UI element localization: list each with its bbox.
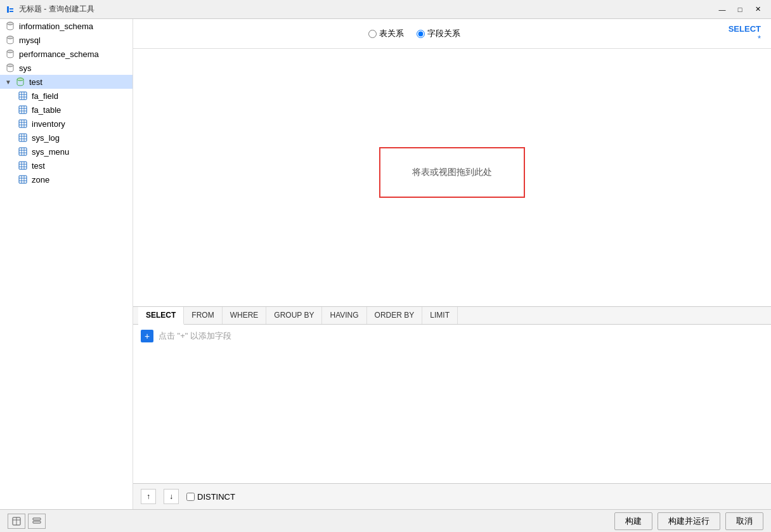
svg-rect-43 [19, 176, 27, 183]
svg-point-10 [7, 64, 13, 67]
table-name: fa_field [32, 91, 58, 101]
cancel-button[interactable]: 取消 [725, 512, 763, 530]
table-name: inventory [32, 119, 65, 129]
sql-preview-panel: SELECT * [685, 24, 761, 43]
add-field-button[interactable]: + [141, 330, 153, 342]
db-icon [5, 35, 15, 45]
distinct-label: DISTINCT [197, 492, 235, 502]
table-name: zone [32, 175, 49, 185]
db-icon [5, 21, 15, 31]
tab-select[interactable]: SELECT [138, 307, 184, 325]
svg-point-6 [7, 36, 13, 39]
sidebar-item-zone[interactable]: zone [0, 172, 133, 186]
build-button[interactable]: 构建 [614, 512, 652, 530]
tab-where[interactable]: WHERE [223, 307, 267, 324]
tab-limit[interactable]: LIMIT [422, 307, 458, 324]
db-icon-green [15, 77, 25, 87]
right-area: 表关系 字段关系 SELECT * 将表或视图拖到此处 SELECT [133, 19, 771, 509]
canvas-area[interactable]: 将表或视图拖到此处 [133, 49, 771, 306]
sql-select-label: SELECT [685, 24, 761, 34]
svg-point-8 [7, 50, 13, 53]
sidebar-item-inventory[interactable]: inventory [0, 117, 133, 131]
table-name: fa_table [32, 105, 61, 115]
sidebar-item-performance-schema[interactable]: performance_schema [0, 47, 133, 61]
view-btn-1[interactable] [8, 514, 25, 529]
build-run-button[interactable]: 构建并运行 [658, 512, 720, 530]
sidebar-item-sys-log[interactable]: sys_log [0, 131, 133, 145]
window-title: 无标题 - 查询创建工具 [19, 4, 94, 15]
svg-rect-33 [19, 148, 27, 155]
table-icon [18, 133, 28, 143]
svg-rect-13 [19, 92, 27, 100]
sidebar-item-fa-field[interactable]: fa_field [0, 89, 133, 103]
table-icon [18, 174, 28, 185]
distinct-checkbox[interactable] [186, 493, 195, 501]
view-btn-2[interactable] [28, 514, 46, 529]
table-icon [18, 119, 28, 129]
sidebar-item-sys-menu[interactable]: sys_menu [0, 145, 133, 159]
sql-select-value: * [685, 34, 761, 43]
tab-having[interactable]: HAVING [322, 307, 366, 324]
bottom-bar: 构建 构建并运行 取消 [0, 509, 771, 532]
table-icon [18, 160, 28, 171]
db-name: mysql [19, 36, 41, 45]
radio-table-label: 表关系 [379, 28, 404, 39]
relation-radio-group: 表关系 字段关系 [368, 28, 460, 39]
sidebar-item-test[interactable]: ▼ test [0, 75, 133, 89]
db-name: information_schema [19, 22, 93, 31]
table-name: test [32, 161, 45, 171]
table-icon [18, 91, 28, 101]
svg-point-12 [17, 78, 23, 81]
sidebar-item-sys[interactable]: sys [0, 61, 133, 75]
top-toolbar: 表关系 字段关系 SELECT * [133, 19, 771, 49]
radio-field-input[interactable] [417, 30, 425, 38]
db-name: sys [19, 63, 32, 73]
tab-order-by[interactable]: ORDER BY [367, 307, 423, 324]
sidebar-item-information-schema[interactable]: information_schema [0, 19, 133, 33]
prev-button[interactable]: ↑ [141, 489, 156, 504]
add-field-row: + 点击 "+" 以添加字段 [141, 330, 763, 342]
app-icon [5, 4, 15, 15]
add-field-hint: 点击 "+" 以添加字段 [159, 330, 231, 342]
query-builder: SELECT FROM WHERE GROUP BY HAVING ORDER … [133, 306, 771, 509]
tab-from[interactable]: FROM [184, 307, 222, 324]
query-builder-content: + 点击 "+" 以添加字段 [133, 325, 771, 483]
distinct-checkbox-label[interactable]: DISTINCT [186, 492, 235, 502]
minimize-button[interactable]: — [714, 3, 730, 16]
db-name: test [29, 77, 42, 87]
db-icon [5, 49, 15, 59]
svg-rect-23 [19, 120, 27, 127]
table-icon [18, 105, 28, 115]
radio-table-input[interactable] [368, 30, 377, 38]
radio-table-relation[interactable]: 表关系 [368, 28, 404, 39]
sidebar: information_schema mysql performance_sch… [0, 19, 133, 509]
chevron-down-icon: ▼ [5, 79, 11, 86]
table-name: sys_menu [32, 147, 69, 157]
close-button[interactable]: ✕ [749, 3, 766, 16]
svg-rect-1 [10, 8, 13, 10]
svg-rect-0 [7, 6, 9, 13]
svg-rect-52 [33, 521, 41, 523]
sidebar-item-fa-table[interactable]: fa_table [0, 103, 133, 117]
radio-field-relation[interactable]: 字段关系 [417, 28, 460, 39]
svg-rect-38 [19, 162, 27, 169]
titlebar: 无标题 - 查询创建工具 — □ ✕ [0, 0, 771, 19]
svg-rect-28 [19, 134, 27, 141]
sidebar-item-mysql[interactable]: mysql [0, 33, 133, 47]
drop-zone[interactable]: 将表或视图拖到此处 [379, 147, 525, 198]
tab-group-by[interactable]: GROUP BY [266, 307, 322, 324]
maximize-button[interactable]: □ [732, 3, 748, 16]
titlebar-left: 无标题 - 查询创建工具 [5, 4, 94, 15]
query-builder-tabs: SELECT FROM WHERE GROUP BY HAVING ORDER … [133, 307, 771, 325]
table-name: sys_log [32, 133, 60, 143]
next-button[interactable]: ↓ [164, 489, 179, 504]
bottom-left [8, 514, 46, 529]
drop-hint-text: 将表或视图拖到此处 [412, 167, 492, 178]
window-controls: — □ ✕ [714, 3, 766, 16]
table-icon [18, 146, 28, 157]
bottom-right: 构建 构建并运行 取消 [614, 512, 763, 530]
db-icon [5, 63, 15, 73]
svg-rect-18 [19, 106, 27, 114]
sidebar-item-test-table[interactable]: test [0, 159, 133, 172]
svg-point-4 [7, 22, 13, 25]
